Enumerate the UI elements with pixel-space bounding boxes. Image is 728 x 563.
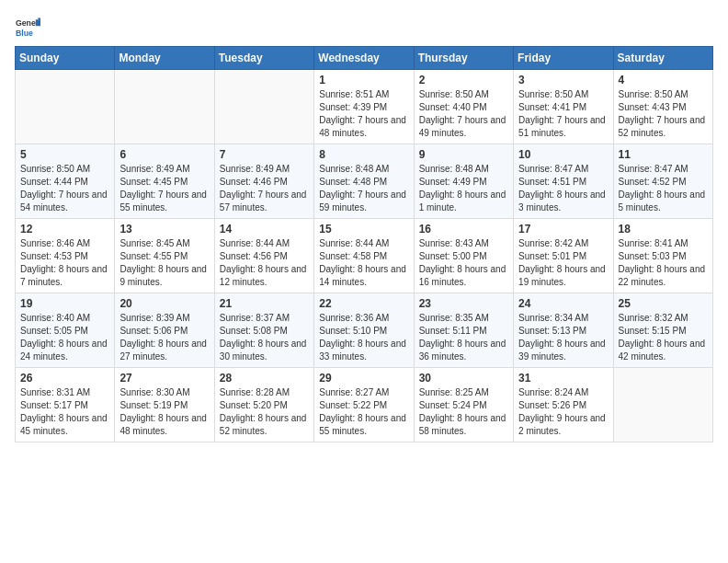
weekday-header-row: SundayMondayTuesdayWednesdayThursdayFrid… [16,47,713,70]
day-info: Sunrise: 8:40 AM Sunset: 5:05 PM Dayligh… [20,312,109,363]
day-info: Sunrise: 8:24 AM Sunset: 5:26 PM Dayligh… [518,386,608,438]
day-number: 5 [20,148,109,161]
calendar-cell: 13Sunrise: 8:45 AM Sunset: 4:55 PM Dayli… [115,219,214,293]
logo-icon: General Blue [15,15,40,40]
calendar-week-row: 19Sunrise: 8:40 AM Sunset: 5:05 PM Dayli… [16,293,713,368]
day-info: Sunrise: 8:39 AM Sunset: 5:06 PM Dayligh… [119,312,209,363]
logo: General Blue [15,15,44,40]
calendar-cell: 24Sunrise: 8:34 AM Sunset: 5:13 PM Dayli… [514,293,613,368]
day-number: 26 [20,372,109,385]
day-number: 25 [619,297,708,310]
day-number: 7 [220,148,309,161]
day-number: 24 [518,297,608,310]
calendar-cell: 29Sunrise: 8:27 AM Sunset: 5:22 PM Dayli… [314,368,414,442]
day-number: 3 [518,74,608,86]
day-number: 29 [319,372,408,385]
day-info: Sunrise: 8:30 AM Sunset: 5:19 PM Dayligh… [119,386,209,438]
main-container: General Blue SundayMondayTuesdayWednesda… [0,0,728,452]
calendar-week-row: 26Sunrise: 8:31 AM Sunset: 5:17 PM Dayli… [16,368,713,442]
calendar-cell: 6Sunrise: 8:49 AM Sunset: 4:45 PM Daylig… [115,144,214,219]
day-info: Sunrise: 8:31 AM Sunset: 5:17 PM Dayligh… [20,386,109,438]
day-info: Sunrise: 8:27 AM Sunset: 5:22 PM Dayligh… [319,386,408,438]
day-number: 27 [119,372,209,385]
day-number: 15 [319,223,408,236]
day-number: 2 [419,74,508,86]
day-number: 12 [20,223,109,236]
day-info: Sunrise: 8:43 AM Sunset: 5:00 PM Dayligh… [419,237,508,289]
day-number: 9 [419,148,508,161]
weekday-header-friday: Friday [514,47,613,70]
day-number: 31 [518,372,608,385]
day-info: Sunrise: 8:50 AM Sunset: 4:43 PM Dayligh… [619,88,708,140]
day-number: 13 [119,223,209,236]
day-info: Sunrise: 8:35 AM Sunset: 5:11 PM Dayligh… [419,312,508,363]
calendar-cell: 27Sunrise: 8:30 AM Sunset: 5:19 PM Dayli… [115,368,214,442]
calendar-cell: 10Sunrise: 8:47 AM Sunset: 4:51 PM Dayli… [514,144,613,219]
weekday-header-wednesday: Wednesday [314,47,414,70]
day-number: 30 [419,372,508,385]
day-number: 10 [518,148,608,161]
day-info: Sunrise: 8:37 AM Sunset: 5:08 PM Dayligh… [220,312,309,363]
weekday-header-saturday: Saturday [613,47,712,70]
calendar-cell: 4Sunrise: 8:50 AM Sunset: 4:43 PM Daylig… [613,70,712,144]
calendar-cell: 8Sunrise: 8:48 AM Sunset: 4:48 PM Daylig… [314,144,414,219]
calendar-cell: 7Sunrise: 8:49 AM Sunset: 4:46 PM Daylig… [214,144,313,219]
day-number: 11 [619,148,708,161]
day-number: 14 [220,223,309,236]
calendar-cell: 3Sunrise: 8:50 AM Sunset: 4:41 PM Daylig… [514,70,613,144]
calendar-week-row: 12Sunrise: 8:46 AM Sunset: 4:53 PM Dayli… [16,219,713,293]
day-number: 6 [119,148,209,161]
calendar-cell: 25Sunrise: 8:32 AM Sunset: 5:15 PM Dayli… [613,293,712,368]
day-number: 28 [220,372,309,385]
day-info: Sunrise: 8:32 AM Sunset: 5:15 PM Dayligh… [619,312,708,363]
day-info: Sunrise: 8:44 AM Sunset: 4:56 PM Dayligh… [220,237,309,289]
day-info: Sunrise: 8:25 AM Sunset: 5:24 PM Dayligh… [419,386,508,438]
day-info: Sunrise: 8:42 AM Sunset: 5:01 PM Dayligh… [518,237,608,289]
calendar-cell: 1Sunrise: 8:51 AM Sunset: 4:39 PM Daylig… [314,70,414,144]
day-info: Sunrise: 8:44 AM Sunset: 4:58 PM Dayligh… [319,237,408,289]
day-number: 1 [319,74,408,86]
calendar-cell [214,70,313,144]
calendar-cell: 2Sunrise: 8:50 AM Sunset: 4:40 PM Daylig… [414,70,513,144]
calendar-cell: 18Sunrise: 8:41 AM Sunset: 5:03 PM Dayli… [613,219,712,293]
calendar-cell: 30Sunrise: 8:25 AM Sunset: 5:24 PM Dayli… [414,368,513,442]
day-info: Sunrise: 8:48 AM Sunset: 4:49 PM Dayligh… [419,163,508,214]
calendar-cell [115,70,214,144]
calendar-cell: 11Sunrise: 8:47 AM Sunset: 4:52 PM Dayli… [613,144,712,219]
weekday-header-monday: Monday [115,47,214,70]
day-info: Sunrise: 8:45 AM Sunset: 4:55 PM Dayligh… [119,237,209,289]
day-info: Sunrise: 8:36 AM Sunset: 5:10 PM Dayligh… [319,312,408,363]
day-number: 4 [619,74,708,86]
day-info: Sunrise: 8:47 AM Sunset: 4:52 PM Dayligh… [619,163,708,214]
day-number: 16 [419,223,508,236]
day-info: Sunrise: 8:48 AM Sunset: 4:48 PM Dayligh… [319,163,408,214]
day-number: 20 [119,297,209,310]
calendar-cell: 9Sunrise: 8:48 AM Sunset: 4:49 PM Daylig… [414,144,513,219]
day-number: 23 [419,297,508,310]
day-info: Sunrise: 8:28 AM Sunset: 5:20 PM Dayligh… [220,386,309,438]
calendar-cell: 5Sunrise: 8:50 AM Sunset: 4:44 PM Daylig… [16,144,115,219]
calendar-cell: 31Sunrise: 8:24 AM Sunset: 5:26 PM Dayli… [514,368,613,442]
calendar-cell: 17Sunrise: 8:42 AM Sunset: 5:01 PM Dayli… [514,219,613,293]
calendar-week-row: 1Sunrise: 8:51 AM Sunset: 4:39 PM Daylig… [16,70,713,144]
calendar-cell: 14Sunrise: 8:44 AM Sunset: 4:56 PM Dayli… [214,219,313,293]
weekday-header-sunday: Sunday [16,47,115,70]
calendar-week-row: 5Sunrise: 8:50 AM Sunset: 4:44 PM Daylig… [16,144,713,219]
header: General Blue [15,15,713,40]
weekday-header-tuesday: Tuesday [214,47,313,70]
calendar-cell [613,368,712,442]
day-info: Sunrise: 8:41 AM Sunset: 5:03 PM Dayligh… [619,237,708,289]
day-info: Sunrise: 8:50 AM Sunset: 4:44 PM Dayligh… [20,163,109,214]
day-info: Sunrise: 8:46 AM Sunset: 4:53 PM Dayligh… [20,237,109,289]
calendar-cell: 22Sunrise: 8:36 AM Sunset: 5:10 PM Dayli… [314,293,414,368]
calendar-cell: 28Sunrise: 8:28 AM Sunset: 5:20 PM Dayli… [214,368,313,442]
svg-text:Blue: Blue [16,29,33,38]
day-number: 19 [20,297,109,310]
weekday-header-thursday: Thursday [414,47,513,70]
day-number: 18 [619,223,708,236]
day-number: 21 [220,297,309,310]
day-info: Sunrise: 8:49 AM Sunset: 4:45 PM Dayligh… [119,163,209,214]
day-number: 22 [319,297,408,310]
calendar-cell: 15Sunrise: 8:44 AM Sunset: 4:58 PM Dayli… [314,219,414,293]
day-info: Sunrise: 8:34 AM Sunset: 5:13 PM Dayligh… [518,312,608,363]
